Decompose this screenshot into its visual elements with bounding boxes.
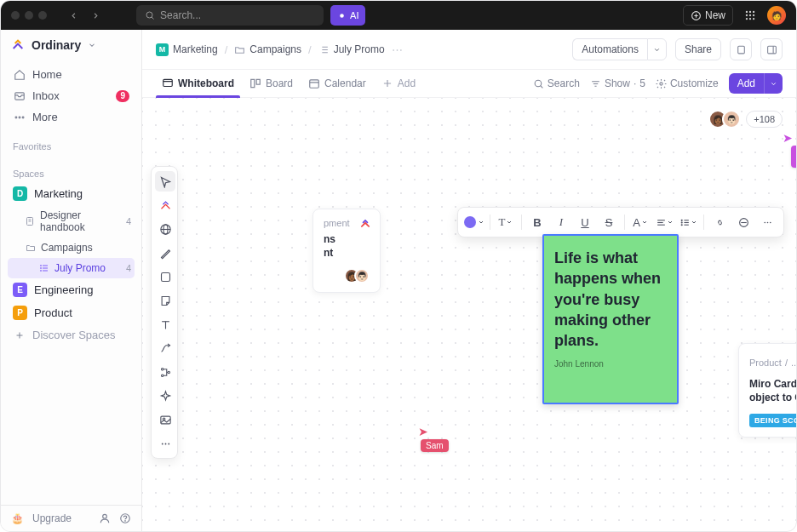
tool-ai[interactable] bbox=[155, 386, 175, 406]
whiteboard-icon bbox=[162, 77, 174, 89]
tool-pen[interactable] bbox=[155, 243, 175, 263]
align-button[interactable] bbox=[653, 211, 675, 233]
italic-button[interactable]: I bbox=[550, 211, 572, 233]
status-badge[interactable]: BEING SCOPED bbox=[749, 414, 797, 427]
sidebar-footer: 🎂 Upgrade bbox=[1, 505, 141, 531]
home-icon bbox=[13, 68, 26, 81]
space-marketing[interactable]: D Marketing bbox=[8, 182, 135, 205]
view-add[interactable]: Add bbox=[376, 70, 421, 97]
breadcrumb-july-promo[interactable]: July Promo bbox=[318, 43, 385, 55]
tool-image[interactable] bbox=[155, 409, 175, 430]
task-card[interactable]: pment nsnt 👩🏾 👨🏻 bbox=[312, 209, 381, 293]
fill-color-button[interactable] bbox=[463, 211, 485, 233]
breadcrumb-more[interactable]: ⋯ bbox=[392, 43, 403, 56]
tree-designer-handbook[interactable]: Designer handbook 4 bbox=[8, 205, 135, 237]
space-engineering[interactable]: E Engineering bbox=[8, 278, 135, 301]
dock-button[interactable] bbox=[760, 38, 783, 60]
tool-text[interactable] bbox=[155, 314, 175, 335]
underline-button[interactable]: U bbox=[574, 211, 596, 233]
nav-home[interactable]: Home bbox=[8, 64, 135, 85]
sparkle-icon bbox=[337, 11, 347, 20]
share-button[interactable]: Share bbox=[675, 38, 721, 60]
search-icon bbox=[145, 10, 155, 20]
global-search-input[interactable]: Search... bbox=[136, 5, 324, 26]
discover-spaces[interactable]: Discover Spaces bbox=[8, 324, 135, 346]
strike-button[interactable]: S bbox=[598, 211, 620, 233]
tool-sticky[interactable] bbox=[155, 290, 175, 311]
svg-line-1 bbox=[152, 17, 154, 20]
tool-select[interactable] bbox=[155, 171, 175, 192]
sticky-note[interactable]: Life is what happens when you're busy ma… bbox=[542, 234, 679, 404]
list-button[interactable] bbox=[677, 211, 699, 233]
view-board[interactable]: Board bbox=[244, 70, 299, 97]
add-button[interactable]: Add bbox=[729, 73, 764, 94]
svg-point-30 bbox=[103, 514, 107, 518]
tool-more[interactable] bbox=[155, 433, 175, 454]
toolbar-show[interactable]: Show·5 bbox=[590, 77, 645, 89]
more-icon bbox=[13, 111, 26, 123]
more-format-button[interactable] bbox=[756, 211, 778, 233]
cursor-icon: ➤ bbox=[783, 132, 793, 144]
tool-home[interactable] bbox=[155, 195, 175, 215]
automations-button[interactable]: Automations bbox=[572, 38, 647, 60]
apps-grid-button[interactable] bbox=[740, 5, 760, 26]
tool-connector[interactable] bbox=[155, 338, 175, 358]
svg-point-27 bbox=[40, 271, 41, 272]
svg-point-25 bbox=[40, 266, 41, 266]
automations-dropdown[interactable] bbox=[647, 38, 667, 60]
maximize-window[interactable] bbox=[38, 11, 47, 20]
user-avatar[interactable]: 🧑 bbox=[767, 6, 786, 25]
svg-point-66 bbox=[168, 443, 169, 444]
views-bar: Whiteboard Board Calendar Add bbox=[142, 70, 796, 98]
nav-back[interactable] bbox=[64, 7, 83, 24]
ai-button[interactable]: AI bbox=[330, 5, 365, 26]
text-color-button[interactable]: A bbox=[629, 211, 651, 233]
sticky-author: John Lennon bbox=[554, 359, 667, 369]
tool-org[interactable] bbox=[155, 362, 175, 382]
tool-shape[interactable] bbox=[155, 266, 175, 287]
user-icon[interactable] bbox=[99, 512, 111, 524]
help-icon[interactable] bbox=[119, 512, 131, 524]
assignee-avatar[interactable]: 👨🏻 bbox=[354, 268, 370, 283]
view-whiteboard[interactable]: Whiteboard bbox=[156, 70, 240, 97]
breadcrumb-campaigns[interactable]: Campaigns bbox=[234, 43, 301, 55]
view-calendar[interactable]: Calendar bbox=[302, 70, 372, 97]
close-window[interactable] bbox=[11, 11, 20, 20]
layers-button[interactable] bbox=[732, 211, 754, 233]
task-card[interactable]: Product/.../Member Development Miro Card… bbox=[738, 343, 797, 438]
space-product[interactable]: P Product bbox=[8, 301, 135, 324]
sidebar: Ordinary Home Inbox 9 More bbox=[1, 30, 142, 531]
font-button[interactable]: T bbox=[495, 211, 517, 233]
presence-count[interactable]: +108 bbox=[746, 111, 783, 128]
nav-more[interactable]: More bbox=[8, 106, 135, 128]
toolbar-search[interactable]: Search bbox=[533, 77, 580, 89]
cursor-user-label: Sam bbox=[421, 439, 449, 452]
tree-july-promo[interactable]: July Promo 4 bbox=[8, 258, 135, 278]
workspace-logo-icon bbox=[11, 38, 25, 52]
tree-campaigns[interactable]: Campaigns bbox=[8, 237, 135, 258]
svg-point-16 bbox=[15, 117, 17, 118]
workspace-switcher[interactable]: Ordinary bbox=[1, 30, 141, 60]
add-dropdown[interactable] bbox=[764, 73, 783, 94]
space-icon: M bbox=[156, 43, 169, 56]
link-button[interactable] bbox=[708, 211, 731, 233]
sticky-text[interactable]: Life is what happens when you're busy ma… bbox=[554, 248, 667, 351]
svg-point-13 bbox=[749, 18, 751, 20]
bold-button[interactable]: B bbox=[526, 211, 548, 233]
nav-forward[interactable] bbox=[86, 7, 105, 24]
svg-point-70 bbox=[681, 220, 682, 220]
svg-rect-56 bbox=[161, 272, 169, 281]
notifications-button[interactable] bbox=[730, 38, 752, 60]
new-button[interactable]: New bbox=[683, 5, 733, 26]
breadcrumb-marketing[interactable]: M Marketing bbox=[156, 43, 218, 56]
upgrade-link[interactable]: Upgrade bbox=[32, 512, 72, 524]
svg-point-78 bbox=[764, 221, 765, 223]
nav-inbox[interactable]: Inbox 9 bbox=[8, 85, 135, 106]
whiteboard-canvas[interactable]: 👩🏾 👨🏻 +108 bbox=[142, 98, 796, 531]
minimize-window[interactable] bbox=[25, 11, 33, 20]
cursor-icon: ➤ bbox=[418, 426, 428, 438]
presence-avatar[interactable]: 👨🏻 bbox=[722, 110, 741, 129]
toolbar-customize[interactable]: Customize bbox=[656, 77, 719, 89]
remote-cursor: ➤ John Doe bbox=[783, 132, 797, 168]
tool-web[interactable] bbox=[155, 219, 175, 239]
